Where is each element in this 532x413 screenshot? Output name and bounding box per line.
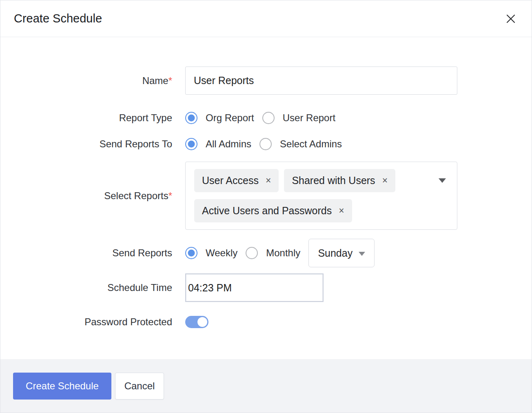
name-row: Name* bbox=[0, 67, 532, 95]
tag-active-users-and-passwords: Active Users and Passwords × bbox=[194, 199, 352, 222]
password-protected-row: Password Protected bbox=[0, 316, 532, 328]
toggle-knob bbox=[197, 317, 207, 327]
radio-label[interactable]: Weekly bbox=[206, 247, 237, 259]
remove-tag-icon[interactable]: × bbox=[339, 206, 344, 215]
close-icon[interactable] bbox=[505, 13, 517, 25]
required-asterisk: * bbox=[168, 75, 172, 86]
radio-option-user-report[interactable]: User Report bbox=[262, 112, 335, 124]
radio-option-monthly[interactable]: Monthly bbox=[246, 247, 300, 259]
radio-label[interactable]: Select Admins bbox=[280, 138, 342, 150]
radio-selected-icon[interactable] bbox=[185, 138, 197, 150]
password-toggle-cell bbox=[185, 316, 532, 328]
send-reports-radio-group: Weekly Monthly Sunday bbox=[185, 239, 532, 267]
radio-selected-icon[interactable] bbox=[185, 112, 197, 124]
password-protected-toggle[interactable] bbox=[185, 316, 208, 328]
radio-selected-icon[interactable] bbox=[185, 247, 197, 259]
select-reports-row: Select Reports* User Access × Shared wit… bbox=[0, 162, 532, 230]
send-reports-to-radio-group: All Admins Select Admins bbox=[185, 138, 532, 150]
tag-shared-with-users: Shared with Users × bbox=[284, 169, 395, 192]
radio-unselected-icon[interactable] bbox=[246, 247, 258, 259]
caret-down-icon bbox=[359, 252, 365, 256]
schedule-time-label: Schedule Time bbox=[0, 282, 172, 293]
name-field-cell bbox=[185, 67, 532, 95]
tag-label: Shared with Users bbox=[292, 175, 375, 187]
radio-unselected-icon[interactable] bbox=[259, 138, 272, 150]
name-label-text: Name bbox=[142, 75, 168, 86]
radio-option-weekly[interactable]: Weekly bbox=[185, 247, 237, 259]
create-schedule-modal: Create Schedule Name* Report Type Org Re… bbox=[0, 0, 532, 413]
tag-label: Active Users and Passwords bbox=[202, 205, 332, 217]
tag-user-access: User Access × bbox=[194, 169, 279, 192]
radio-label[interactable]: User Report bbox=[283, 112, 335, 124]
radio-label[interactable]: Monthly bbox=[266, 247, 300, 259]
send-reports-to-label: Send Reports To bbox=[0, 138, 172, 150]
schedule-time-input[interactable] bbox=[185, 273, 324, 302]
password-protected-label: Password Protected bbox=[0, 316, 172, 328]
radio-option-org-report[interactable]: Org Report bbox=[185, 112, 254, 124]
modal-title: Create Schedule bbox=[14, 12, 102, 25]
report-type-row: Report Type Org Report User Report bbox=[0, 112, 532, 124]
select-reports-label-text: Select Reports bbox=[104, 190, 168, 201]
send-reports-label: Send Reports bbox=[0, 247, 172, 259]
radio-label[interactable]: Org Report bbox=[206, 112, 254, 124]
day-select-dropdown[interactable]: Sunday bbox=[308, 239, 375, 267]
select-reports-multiselect[interactable]: User Access × Shared with Users × Active… bbox=[185, 162, 457, 230]
radio-option-all-admins[interactable]: All Admins bbox=[185, 138, 251, 150]
cancel-button[interactable]: Cancel bbox=[115, 373, 164, 400]
send-reports-row: Send Reports Weekly Monthly Sunday bbox=[0, 239, 532, 267]
report-type-radio-group: Org Report User Report bbox=[185, 112, 532, 124]
modal-footer: Create Schedule Cancel bbox=[0, 359, 532, 413]
tag-label: User Access bbox=[202, 175, 259, 187]
required-asterisk: * bbox=[168, 190, 172, 201]
send-reports-to-row: Send Reports To All Admins Select Admins bbox=[0, 138, 532, 150]
day-select-value: Sunday bbox=[318, 247, 352, 259]
name-input[interactable] bbox=[185, 67, 457, 95]
name-label: Name* bbox=[0, 75, 172, 87]
select-reports-label: Select Reports* bbox=[0, 190, 172, 202]
modal-header: Create Schedule bbox=[0, 0, 532, 37]
remove-tag-icon[interactable]: × bbox=[382, 176, 388, 185]
radio-unselected-icon[interactable] bbox=[262, 112, 275, 124]
modal-body: Name* Report Type Org Report User Report bbox=[0, 37, 532, 359]
remove-tag-icon[interactable]: × bbox=[266, 176, 271, 185]
radio-label[interactable]: All Admins bbox=[206, 138, 251, 150]
create-schedule-button[interactable]: Create Schedule bbox=[13, 373, 111, 400]
schedule-time-cell bbox=[185, 273, 532, 302]
radio-option-select-admins[interactable]: Select Admins bbox=[259, 138, 342, 150]
schedule-time-row: Schedule Time bbox=[0, 273, 532, 302]
report-type-label: Report Type bbox=[0, 112, 172, 124]
caret-down-icon[interactable] bbox=[439, 178, 446, 183]
